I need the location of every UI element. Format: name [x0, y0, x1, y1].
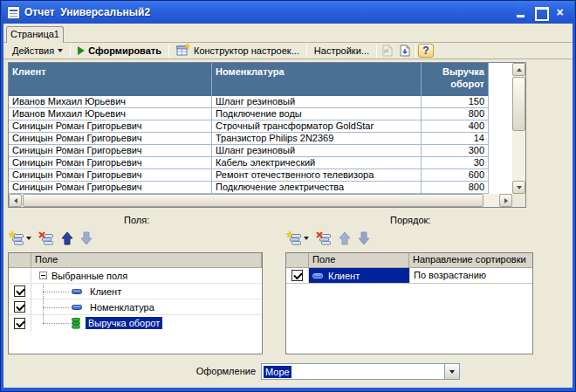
- chevron-down-icon: [304, 237, 309, 240]
- tab-page1[interactable]: Страница1: [6, 26, 64, 43]
- checkbox-cell: [9, 268, 31, 283]
- toolbar-separator: [70, 45, 71, 58]
- vertical-scroll-thumb[interactable]: [512, 77, 525, 131]
- settings-button[interactable]: Настройки...: [309, 44, 374, 58]
- cell-item: Подключение воды: [212, 108, 422, 120]
- cell-client: Иванов Михаил Юрьевич: [9, 108, 212, 120]
- window-content: Страница1 Действия Сформировать: [3, 24, 573, 388]
- fields-toolbar: [9, 228, 93, 249]
- attribute-icon: [312, 273, 323, 279]
- move-order-down-button: [358, 231, 370, 245]
- toolbar-separator: [306, 45, 307, 58]
- checkbox-cell: [286, 268, 309, 283]
- scroll-down-button[interactable]: [512, 181, 525, 194]
- chevron-down-icon: [449, 370, 455, 374]
- cell-amount: 150: [422, 96, 489, 108]
- constructor-icon: [176, 44, 190, 58]
- attribute-icon: [72, 305, 82, 310]
- generate-button[interactable]: Сформировать: [72, 44, 167, 58]
- checkbox-cell: [9, 299, 31, 314]
- report-result-grid: Клиент Номенклатура Выручка оборот Ивано…: [8, 62, 526, 208]
- tree-root-row[interactable]: Выбранные поля: [9, 268, 262, 284]
- move-field-up-button[interactable]: [61, 231, 73, 245]
- order-field-cell[interactable]: Клиент: [309, 268, 409, 283]
- cell-amount: 600: [422, 169, 489, 182]
- help-button[interactable]: ?: [418, 44, 434, 58]
- combobox-dropdown-button[interactable]: [444, 364, 459, 379]
- cell-amount: 400: [422, 120, 489, 133]
- arrow-down-icon: [517, 186, 522, 189]
- horizontal-scrollbar[interactable]: [9, 194, 512, 207]
- fields-panel-header: Поле: [9, 253, 262, 268]
- remove-field-button[interactable]: [38, 231, 54, 245]
- checkbox[interactable]: [291, 270, 303, 281]
- fields-panel: Поле Выбранные поля Клиент: [8, 252, 263, 354]
- tree-item-label[interactable]: Номенклатура: [87, 301, 157, 313]
- scroll-right-button[interactable]: [499, 194, 512, 207]
- checkbox[interactable]: [14, 301, 25, 313]
- table-row[interactable]: Синицын Роман Григорьевич Транзистор Phi…: [9, 133, 512, 145]
- appearance-combobox[interactable]: Море: [261, 363, 460, 380]
- checkbox[interactable]: [14, 285, 25, 297]
- save-settings-button[interactable]: [396, 44, 414, 58]
- tree-root-label[interactable]: Выбранные поля: [49, 270, 130, 282]
- scrollbar-corner: [512, 194, 525, 207]
- close-icon[interactable]: ×: [554, 7, 566, 18]
- move-down-icon: [358, 231, 370, 245]
- scroll-up-button[interactable]: [512, 63, 525, 76]
- toolbar-separator: [168, 45, 169, 58]
- cell-item: Строчный трансформатор GoldStar: [212, 120, 422, 133]
- settings-constructor-button[interactable]: Конструктор настроек...: [171, 44, 305, 58]
- collapse-icon[interactable]: [39, 272, 47, 279]
- table-row[interactable]: Иванов Михаил Юрьевич Подключение воды 8…: [9, 108, 512, 120]
- appearance-value[interactable]: Море: [264, 366, 291, 378]
- cell-client: Иванов Михаил Юрьевич: [9, 96, 212, 108]
- order-row[interactable]: Клиент По возрастанию: [286, 268, 532, 284]
- remove-order-button[interactable]: [316, 231, 332, 245]
- cell-client: Синицын Роман Григорьевич: [9, 169, 212, 182]
- order-direction-cell[interactable]: По возрастанию: [409, 268, 532, 283]
- checkbox-column-header: [9, 253, 31, 267]
- move-up-icon: [339, 231, 351, 245]
- table-row[interactable]: Синицын Роман Григорьевич Ремонт отечест…: [9, 169, 512, 182]
- tree-item-label-selected[interactable]: Выручка оборот: [86, 317, 162, 329]
- attribute-icon: [72, 289, 82, 294]
- tree-item-row[interactable]: Номенклатура: [9, 299, 262, 315]
- order-panel-header: Поле Направление сортировки: [286, 253, 532, 268]
- order-toolbar: [286, 228, 370, 249]
- constructor-label: Конструктор настроек...: [194, 45, 299, 56]
- cell-client: Синицын Роман Григорьевич: [9, 145, 212, 157]
- move-field-down-button: [80, 231, 93, 245]
- tree-item-row[interactable]: Клиент: [9, 284, 262, 299]
- column-header-item: Номенклатура: [212, 63, 422, 96]
- actions-label: Действия: [12, 45, 54, 56]
- field-column-header: Поле: [309, 253, 409, 267]
- maximize-icon[interactable]: [535, 7, 546, 18]
- actions-menu-button[interactable]: Действия: [7, 44, 68, 58]
- move-order-up-button: [339, 231, 351, 245]
- table-row[interactable]: Синицын Роман Григорьевич Шланг резиновы…: [9, 145, 512, 157]
- remove-list-icon: [316, 231, 332, 245]
- report-window: Отчет Универсальный2 × Страница1 Действи…: [0, 0, 576, 392]
- cell-client: Синицын Роман Григорьевич: [9, 120, 212, 133]
- add-order-button[interactable]: [286, 231, 309, 245]
- tree-item-label[interactable]: Клиент: [87, 285, 124, 298]
- scroll-left-button[interactable]: [9, 194, 22, 207]
- add-field-button[interactable]: [9, 231, 31, 245]
- report-icon: [7, 6, 20, 19]
- minimize-icon[interactable]: [516, 7, 527, 18]
- checkbox[interactable]: [14, 318, 25, 329]
- table-row[interactable]: Иванов Михаил Юрьевич Шланг резиновый 15…: [9, 96, 512, 108]
- horizontal-scroll-thumb[interactable]: [23, 194, 483, 207]
- add-list-icon: [286, 231, 302, 245]
- order-field-label: Клиент: [328, 271, 360, 281]
- table-row[interactable]: Синицын Роман Григорьевич Кабель электри…: [9, 157, 512, 169]
- table-row[interactable]: Синицын Роман Григорьевич Строчный транс…: [9, 120, 512, 133]
- table-row[interactable]: Синицын Роман Григорьевич Подключение эл…: [9, 182, 512, 194]
- generate-label: Сформировать: [88, 45, 161, 56]
- cell-amount: 800: [422, 182, 489, 194]
- tree-item-row[interactable]: Выручка оборот: [9, 315, 262, 331]
- field-column-header: Поле: [31, 253, 262, 267]
- toolbar-separator: [415, 45, 416, 58]
- vertical-scrollbar[interactable]: [512, 63, 525, 194]
